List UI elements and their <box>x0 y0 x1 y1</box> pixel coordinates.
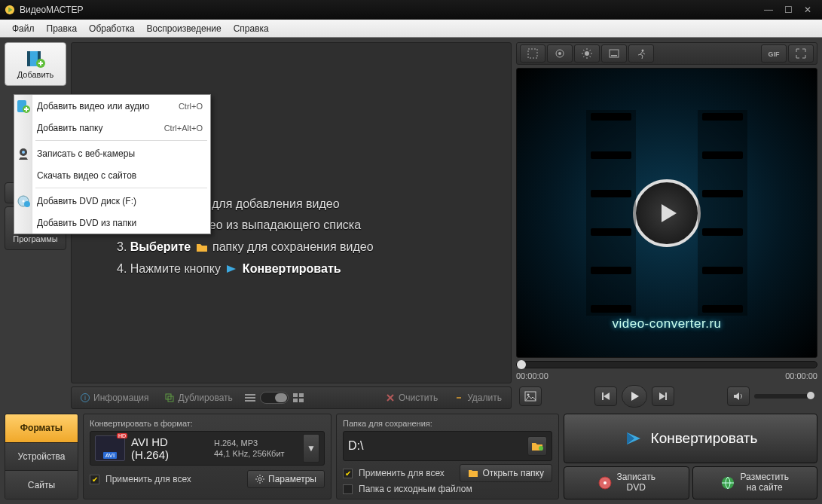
dd-add-folder[interactable]: Добавить папкуCtrl+Alt+O <box>14 117 210 139</box>
svg-rect-24 <box>528 49 537 58</box>
speed-button[interactable] <box>628 44 654 63</box>
svg-point-49 <box>258 478 261 481</box>
programs-label: Программы <box>13 234 57 243</box>
svg-rect-18 <box>245 400 255 402</box>
play-overlay-icon <box>633 179 701 247</box>
publish-web-button[interactable]: Разместитьна сайте <box>692 466 818 499</box>
text-icon <box>608 47 620 60</box>
play-icon <box>628 390 640 402</box>
instruction-line-4: 4. Нажмите кнопку Конвертировать <box>117 258 374 280</box>
gear-icon <box>255 475 264 484</box>
effects-button[interactable] <box>547 44 573 63</box>
svg-rect-16 <box>245 394 255 396</box>
time-total: 00:00:00 <box>785 371 817 380</box>
instruction-line-3: 3. Выберите папку для сохранения видео <box>117 237 374 258</box>
svg-rect-47 <box>665 393 667 400</box>
webcam-icon <box>17 147 30 160</box>
dd-add-media[interactable]: Добавить видео или аудиоCtrl+O <box>14 95 210 117</box>
format-name: AVI HD (H.264) <box>131 435 208 461</box>
svg-marker-11 <box>227 265 236 273</box>
clear-button[interactable]: Очистить <box>381 390 442 405</box>
info-icon: i <box>81 393 90 402</box>
output-path-row: D:\ <box>343 431 552 461</box>
preview-toolbar: GIF <box>516 42 817 65</box>
minimize-button[interactable]: — <box>759 3 778 17</box>
menu-edit[interactable]: Правка <box>41 21 84 36</box>
dd-webcam[interactable]: Записать с веб-камеры <box>14 142 210 164</box>
view-switch[interactable] <box>245 392 304 404</box>
video-preview[interactable]: video-converter.ru <box>516 68 817 358</box>
output-apply-all-checkbox[interactable]: ✔ <box>343 469 353 478</box>
disc-icon <box>597 475 613 490</box>
duplicate-icon <box>165 393 174 402</box>
dd-add-dvd-folder[interactable]: Добавить DVD из папки <box>14 212 210 234</box>
format-dropdown-button[interactable]: ▼ <box>303 434 319 463</box>
app-icon <box>5 5 15 15</box>
text-overlay-button[interactable] <box>601 44 627 63</box>
seek-bar[interactable] <box>516 361 817 368</box>
screenshot-button[interactable] <box>519 386 542 406</box>
open-folder-button[interactable]: Открыть папку <box>460 464 552 482</box>
app-window: ВидеоМАСТЕР — ☐ ✕ Файл Правка Обработка … <box>0 0 822 504</box>
format-thumb: HDAVI <box>95 435 125 461</box>
gif-button[interactable]: GIF <box>761 44 787 63</box>
list-view-icon <box>245 393 255 402</box>
close-button[interactable]: ✕ <box>798 3 817 17</box>
burn-dvd-button[interactable]: ЗаписатьDVD <box>564 466 689 499</box>
parameters-button[interactable]: Параметры <box>247 470 325 488</box>
menu-playback[interactable]: Воспроизведение <box>141 21 228 36</box>
svg-rect-44 <box>602 393 604 400</box>
image-icon <box>524 391 536 402</box>
svg-rect-22 <box>299 399 304 402</box>
play-button[interactable] <box>622 385 647 408</box>
browse-folder-button[interactable] <box>527 436 547 456</box>
svg-line-54 <box>257 476 258 477</box>
format-selector[interactable]: HDAVI AVI HD (H.264) H.264, MP344,1 KHz,… <box>90 431 325 466</box>
folder-inline-icon <box>196 242 208 252</box>
folder-open-icon <box>468 469 478 478</box>
add-button[interactable]: Добавить <box>5 42 66 86</box>
speaker-icon <box>732 391 744 402</box>
tab-formats[interactable]: Форматы <box>5 414 78 443</box>
crop-button[interactable] <box>520 44 545 63</box>
filmstrip-right <box>698 110 747 316</box>
tab-devices[interactable]: Устройства <box>5 443 78 472</box>
svg-rect-21 <box>293 399 298 402</box>
globe-icon <box>720 475 735 490</box>
output-src-folder-checkbox[interactable] <box>343 484 353 494</box>
tab-sites[interactable]: Сайты <box>5 471 78 499</box>
mute-button[interactable] <box>727 386 750 406</box>
info-button[interactable]: iИнформация <box>76 390 153 405</box>
add-dropdown-menu: Добавить видео или аудиоCtrl+O Добавить … <box>14 94 211 234</box>
dd-separator <box>35 188 207 188</box>
output-apply-all-label: Применить для всех <box>359 468 454 478</box>
filmstrip-plus-icon <box>26 50 45 68</box>
output-src-folder-label: Папка с исходным файлом <box>359 484 472 494</box>
menu-help[interactable]: Справка <box>228 21 275 36</box>
svg-text:GIF: GIF <box>769 50 781 58</box>
svg-line-56 <box>257 481 258 482</box>
fullscreen-icon <box>795 47 807 60</box>
format-title: Конвертировать в формат: <box>90 419 325 428</box>
delete-button[interactable]: Удалить <box>450 390 506 405</box>
next-button[interactable] <box>652 386 674 406</box>
brightness-button[interactable] <box>574 44 600 63</box>
format-apply-all-label: Применить для всех <box>105 474 241 484</box>
menu-process[interactable]: Обработка <box>83 21 141 36</box>
volume-slider[interactable] <box>754 394 814 399</box>
fullscreen-button[interactable] <box>788 44 814 63</box>
svg-rect-37 <box>611 55 617 57</box>
convert-button[interactable]: Конвертировать <box>564 414 817 463</box>
dd-add-dvd-disc[interactable]: Добавить DVD диск (F:) <box>14 190 210 212</box>
maximize-button[interactable]: ☐ <box>778 3 798 17</box>
svg-point-67 <box>22 151 25 154</box>
menu-file[interactable]: Файл <box>6 21 41 36</box>
prev-button[interactable] <box>594 386 617 406</box>
svg-point-62 <box>604 481 607 484</box>
duplicate-button[interactable]: Дублировать <box>160 390 237 405</box>
time-row: 00:00:00 00:00:00 <box>516 371 817 380</box>
format-apply-all-checkbox[interactable]: ✔ <box>90 475 99 484</box>
add-label: Добавить <box>17 70 54 79</box>
dd-download[interactable]: Скачать видео с сайтов <box>14 164 210 186</box>
svg-line-34 <box>583 57 585 58</box>
